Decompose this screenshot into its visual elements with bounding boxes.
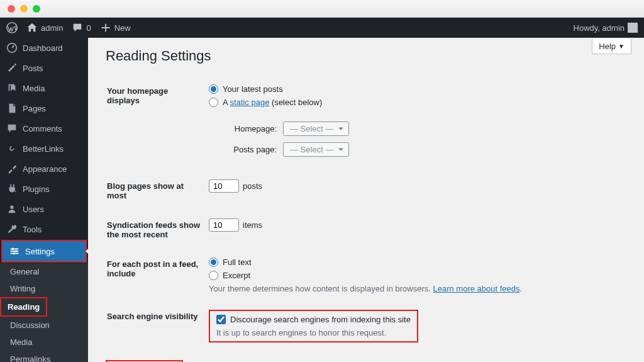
site-name: admin — [41, 23, 63, 33]
comments-link[interactable]: 0 — [72, 22, 91, 33]
page-title: Reading Settings — [106, 48, 631, 64]
sidebar-item-posts[interactable]: Posts — [0, 58, 88, 78]
syndication-label: Syndication feeds show the most recent — [107, 211, 208, 249]
sidebar-item-dashboard[interactable]: Dashboard — [0, 38, 88, 58]
main-content: Help▼ Reading Settings Your homepage dis… — [88, 38, 644, 362]
checkbox-discourage-indexing[interactable] — [216, 315, 226, 324]
wp-logo-icon[interactable] — [6, 22, 18, 33]
sidebar-item-label: Media — [23, 84, 45, 93]
sidebar-item-betterlinks[interactable]: BetterLinks — [0, 139, 88, 159]
sidebar-item-label: BetterLinks — [23, 144, 64, 154]
svg-point-2 — [10, 206, 13, 209]
blog-pages-input[interactable] — [209, 179, 239, 193]
radio-static-page[interactable] — [209, 98, 218, 107]
sidebar-item-label: Settings — [25, 247, 55, 256]
sidebar-item-label: Comments — [23, 124, 62, 133]
postspage-select[interactable]: — Select — — [283, 142, 349, 157]
sidebar-item-users[interactable]: Users — [0, 199, 88, 219]
admin-sidebar: Dashboard Posts Media Pages Comments Bet… — [0, 38, 88, 362]
svg-point-8 — [13, 252, 15, 255]
maximize-icon[interactable] — [33, 5, 40, 13]
sidebar-item-appearance[interactable]: Appearance — [0, 159, 88, 179]
admin-bar: admin 0 New Howdy, admin — [0, 18, 644, 38]
svg-point-7 — [15, 250, 18, 252]
syndication-unit: items — [243, 220, 262, 230]
settings-submenu: General Writing Reading Discussion Media… — [0, 263, 88, 362]
new-content-link[interactable]: New — [100, 22, 131, 33]
checkbox-discourage-label: Discourage search engines from indexing … — [230, 315, 411, 324]
radio-full-text[interactable] — [209, 257, 218, 267]
submenu-discussion[interactable]: Discussion — [0, 317, 88, 334]
help-tab[interactable]: Help▼ — [592, 39, 631, 54]
feed-description: Your theme determines how content is dis… — [209, 284, 630, 293]
sidebar-item-comments[interactable]: Comments — [0, 118, 88, 139]
submenu-writing[interactable]: Writing — [0, 280, 88, 297]
sidebar-item-label: Plugins — [23, 184, 50, 194]
avatar — [628, 23, 638, 33]
blog-pages-unit: posts — [243, 181, 262, 191]
comments-count: 0 — [86, 23, 91, 33]
homepage-select-label: Homepage: — [228, 124, 277, 133]
chevron-down-icon: ▼ — [618, 43, 625, 50]
radio-latest-posts-label: Your latest posts — [223, 84, 283, 94]
sidebar-item-label: Appearance — [23, 164, 67, 174]
howdy-text: Howdy, admin — [574, 23, 625, 33]
sidebar-item-label: Dashboard — [23, 43, 63, 53]
radio-static-page-label: A static page (select below) — [223, 98, 322, 107]
sidebar-item-tools[interactable]: Tools — [0, 219, 88, 239]
sidebar-item-media[interactable]: Media — [0, 78, 88, 98]
radio-full-text-label: Full text — [223, 257, 252, 267]
homepage-select[interactable]: — Select — — [283, 122, 349, 136]
feed-include-label: For each post in a feed, include — [107, 250, 208, 301]
radio-excerpt[interactable] — [209, 271, 218, 280]
sidebar-item-label: Tools — [23, 225, 42, 234]
sidebar-item-pages[interactable]: Pages — [0, 98, 88, 118]
new-label: New — [114, 23, 131, 33]
macos-titlebar — [0, 0, 644, 18]
radio-latest-posts[interactable] — [209, 84, 218, 94]
home-icon — [26, 22, 38, 33]
sidebar-item-label: Pages — [23, 104, 46, 113]
postspage-select-label: Posts page: — [228, 145, 277, 154]
close-icon[interactable] — [8, 5, 15, 13]
se-visibility-highlight: Discourage search engines from indexing … — [209, 310, 418, 342]
se-visibility-desc: It is up to search engines to honor this… — [216, 328, 411, 337]
sidebar-item-label: Posts — [23, 64, 43, 73]
sidebar-item-plugins[interactable]: Plugins — [0, 179, 88, 199]
sidebar-item-settings[interactable]: Settings — [3, 241, 86, 261]
homepage-displays-label: Your homepage displays — [107, 77, 208, 171]
submenu-media[interactable]: Media — [0, 334, 88, 351]
static-page-link[interactable]: static page — [230, 98, 270, 107]
howdy-account[interactable]: Howdy, admin — [574, 23, 638, 33]
blog-pages-label: Blog pages show at most — [107, 172, 208, 210]
radio-excerpt-label: Excerpt — [223, 271, 250, 280]
plus-icon — [100, 22, 111, 33]
svg-point-6 — [12, 248, 14, 251]
submenu-reading[interactable]: Reading — [1, 298, 46, 315]
site-home-link[interactable]: admin — [26, 22, 63, 33]
submenu-general[interactable]: General — [0, 263, 88, 280]
sidebar-item-label: Users — [23, 205, 44, 214]
learn-feeds-link[interactable]: Learn more about feeds — [433, 284, 519, 293]
syndication-input[interactable] — [209, 218, 239, 232]
minimize-icon[interactable] — [20, 5, 28, 13]
se-visibility-label: Search engine visibility — [107, 302, 208, 350]
submenu-permalinks[interactable]: Permalinks — [0, 351, 88, 362]
comment-icon — [72, 22, 83, 33]
